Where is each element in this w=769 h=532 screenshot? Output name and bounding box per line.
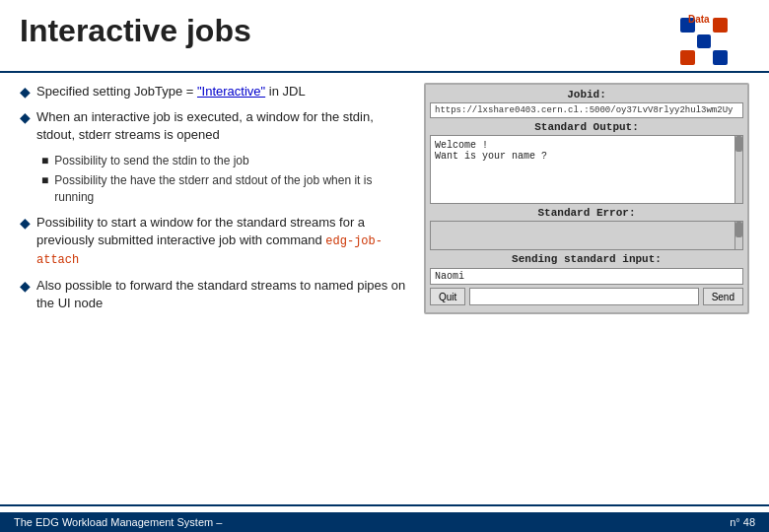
stdout-scrollbar-thumb [735, 136, 742, 152]
logo-cell [713, 50, 728, 65]
bullet-item-1: ◆ Specified setting JobType = "Interacti… [20, 83, 408, 100]
sub-bullet-text-2: Possibility the have the stderr and stdo… [54, 172, 408, 206]
panel-stdout-label: Standard Output: [430, 121, 743, 133]
stderr-scrollbar-thumb [735, 222, 742, 237]
panel-stderr-row: Standard Error: [430, 207, 743, 250]
logo-cell [680, 50, 695, 65]
datagrid-logo: Data [680, 14, 749, 63]
logo-cell [713, 18, 728, 33]
panel-stdout-box: Welcome ! Want is your name ? [430, 135, 743, 204]
interactive-highlight: "Interactive" [197, 84, 265, 99]
panel-stdout-row: Standard Output: Welcome ! Want is your … [430, 121, 743, 204]
bullet-icon-3: ◆ [20, 215, 31, 231]
bullet-text-2: When an interactive job is executed, a w… [36, 108, 408, 144]
footer-text: The EDG Workload Management System – [14, 516, 222, 528]
bullet-item-2: ◆ When an interactive job is executed, a… [20, 108, 408, 144]
panel-url-row: Jobid: https://lxshare0403.cern.cl.:5000… [430, 89, 743, 118]
panel-send-input[interactable]: Naomi [430, 268, 743, 285]
screenshot-panel: Jobid: https://lxshare0403.cern.cl.:5000… [424, 83, 749, 314]
page-title: Interactive jobs [20, 14, 251, 48]
quit-button[interactable]: Quit [430, 288, 465, 305]
logo-grid [680, 18, 728, 65]
panel-stderr-box [430, 221, 743, 250]
sub-bullet-text-1: Possibility to send the stdin to the job [54, 153, 248, 169]
sub-bullet-icon-2: ■ [41, 173, 48, 187]
bullet-icon-2: ◆ [20, 109, 31, 125]
right-column: Jobid: https://lxshare0403.cern.cl.:5000… [424, 83, 749, 320]
logo-cell [680, 34, 695, 49]
logo-cell [697, 50, 712, 65]
bullet-icon-1: ◆ [20, 84, 31, 100]
panel-url-label: Jobid: [430, 89, 743, 100]
panel-url-input: https://lxshare0403.cern.cl.:5000/oy37Lv… [430, 102, 743, 118]
bottom-border-line [0, 504, 769, 506]
bullet3-before: Possibility to start a window for the st… [36, 215, 365, 247]
bullet-text-4: Also possible to forward the standard st… [36, 277, 408, 312]
bullet-item-3: ◆ Possibility to start a window for the … [20, 214, 408, 269]
logo-cell [713, 34, 728, 49]
panel-send-row: Sending standard input: Naomi Quit Send [430, 253, 743, 305]
logo-data-text: Data [688, 14, 710, 25]
panel-stdout-content: Welcome ! Want is your name ? [435, 140, 738, 162]
bullet-icon-4: ◆ [20, 278, 31, 294]
send-button[interactable]: Send [703, 288, 743, 305]
panel-send-controls: Naomi [430, 268, 743, 285]
panel-stderr-label: Standard Error: [430, 207, 743, 219]
bullet-text-1: Specified setting JobType = "Interactive… [36, 83, 306, 100]
stdout-scrollbar[interactable] [734, 136, 742, 203]
main-content: ◆ Specified setting JobType = "Interacti… [0, 73, 769, 320]
sub-bullet-icon-1: ■ [41, 154, 48, 167]
panel-send-label: Sending standard input: [430, 253, 743, 265]
bullet-text-3: Possibility to start a window for the st… [36, 214, 408, 269]
footer: The EDG Workload Management System – n° … [0, 512, 769, 532]
stderr-scrollbar[interactable] [734, 222, 742, 249]
sub-bullets: ■ Possibility to send the stdin to the j… [41, 153, 408, 206]
bullet-item-4: ◆ Also possible to forward the standard … [20, 277, 408, 312]
left-column: ◆ Specified setting JobType = "Interacti… [20, 83, 408, 320]
logo-cell [697, 34, 712, 49]
header: Interactive jobs Data [0, 0, 769, 73]
sub-bullet-2: ■ Possibility the have the stderr and st… [41, 172, 408, 206]
sub-bullet-1: ■ Possibility to send the stdin to the j… [41, 153, 408, 169]
footer-page: n° 48 [730, 516, 755, 528]
